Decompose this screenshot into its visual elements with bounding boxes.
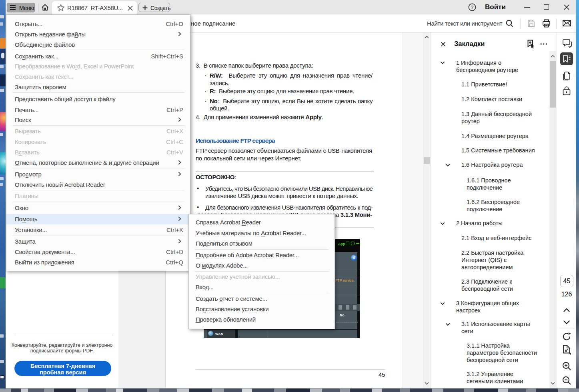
svg-text:?: ? [471,5,473,10]
